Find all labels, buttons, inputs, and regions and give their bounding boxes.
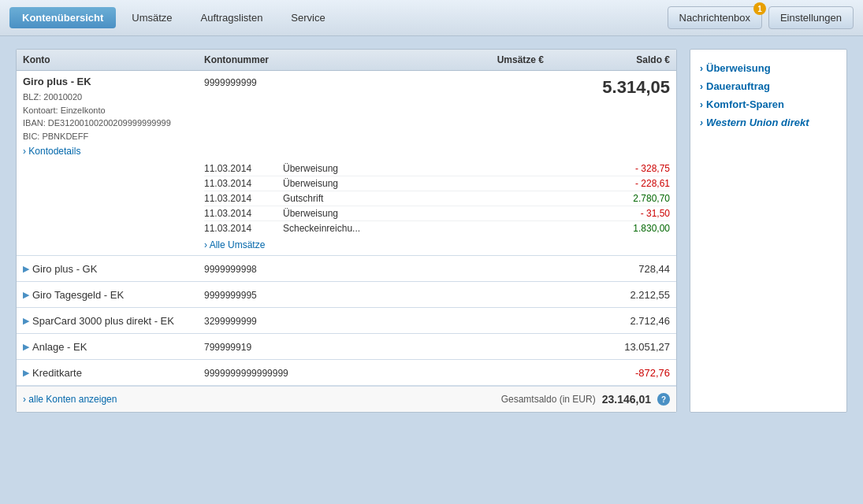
account-number-anlage: 799999919 <box>204 340 346 353</box>
account-name-giro-plus-ek: Giro plus - EK <box>23 76 204 87</box>
alle-konten-link[interactable]: › alle Konten anzeigen <box>23 394 117 405</box>
col-kontonummer: Kontonummer <box>204 54 346 65</box>
kontodetails-link[interactable]: › Kontodetails <box>23 146 204 157</box>
collapse-arrow-icon: ▶ <box>23 264 29 274</box>
account-row-main: Giro plus - EK BLZ: 20010020 Kontoart: E… <box>17 71 676 161</box>
einstellungen-button[interactable]: Einstellungen <box>768 6 854 29</box>
balance-kreditkarte: -872,76 <box>544 367 670 379</box>
navigation-header: Kontenübersicht Umsätze Auftragslisten S… <box>0 0 863 36</box>
account-name-giro-tagesgeld: Giro Tagesgeld - EK <box>32 289 124 301</box>
transaction-row: 11.03.2014 Gutschrift 2.780,70 <box>204 191 670 206</box>
quick-link-dauerauftrag[interactable]: › Dauerauftrag <box>700 77 837 95</box>
account-number-giro-ek: 9999999999 <box>204 76 346 88</box>
collapse-arrow-icon: ▶ <box>23 290 29 300</box>
tab-auftragslisten[interactable]: Auftragslisten <box>188 7 276 28</box>
account-details-left: Giro plus - EK BLZ: 20010020 Kontoart: E… <box>23 76 204 157</box>
transaction-row: 11.03.2014 Scheckeinreichu... 1.830,00 <box>204 220 670 235</box>
quick-link-komfort-sparen[interactable]: › Komfort-Sparen <box>700 95 837 113</box>
gesamtsaldo-area: Gesamtsaldo (in EUR) 23.146,01 ? <box>501 393 670 406</box>
arrow-icon: › <box>700 63 703 74</box>
quick-link-ueberweisung-label: Überweisung <box>706 62 771 74</box>
gesamtsaldo-value: 23.146,01 <box>602 393 651 406</box>
quick-link-western-union-label: Western Union direkt <box>706 117 809 128</box>
transaction-area: 11.03.2014 Überweisung - 328,75 11.03.20… <box>17 161 676 255</box>
account-number-kreditkarte: 9999999999999999 <box>204 366 346 379</box>
quick-links-panel: › Überweisung › Dauerauftrag › Komfort-S… <box>690 49 847 413</box>
nachrichtenbox-badge: 1 <box>753 2 766 15</box>
quick-link-ueberweisung[interactable]: › Überweisung <box>700 59 837 77</box>
account-row-giro-gk[interactable]: ▶ Giro plus - GK 9999999998 728,44 <box>17 256 676 282</box>
collapse-arrow-icon: ▶ <box>23 316 29 326</box>
nachrichtenbox-label: Nachrichtenbox <box>679 12 750 24</box>
account-row-giro-tagesgeld[interactable]: ▶ Giro Tagesgeld - EK 9999999995 2.212,5… <box>17 282 676 308</box>
account-table: Konto Kontonummer Umsätze € Saldo € Giro… <box>16 49 677 413</box>
account-name-anlage: Anlage - EK <box>32 341 87 353</box>
account-row-kreditkarte[interactable]: ▶ Kreditkarte 9999999999999999 -872,76 <box>17 360 676 386</box>
table-footer: › alle Konten anzeigen Gesamtsaldo (in E… <box>17 386 676 412</box>
balance-giro-ek: 5.314,05 <box>544 76 670 98</box>
balance-sparcard: 2.712,46 <box>544 315 670 327</box>
account-name-giro-gk: Giro plus - GK <box>32 263 97 275</box>
account-number-sparcard: 3299999999 <box>204 314 346 327</box>
account-name-kreditkarte: Kreditkarte <box>32 367 82 379</box>
balance-giro-gk: 728,44 <box>544 263 670 275</box>
col-umsaetze: Umsätze € <box>346 54 544 65</box>
collapse-arrow-icon: ▶ <box>23 342 29 352</box>
balance-tagesgeld: 2.212,55 <box>544 289 670 301</box>
quick-link-dauerauftrag-label: Dauerauftrag <box>706 80 770 92</box>
col-saldo: Saldo € <box>544 54 670 65</box>
account-row-sparcard[interactable]: ▶ SparCard 3000 plus direkt - EK 3299999… <box>17 308 676 334</box>
account-name-sparcard: SparCard 3000 plus direkt - EK <box>32 315 174 327</box>
tab-kontenuebersicht[interactable]: Kontenübersicht <box>9 7 116 28</box>
transaction-row: 11.03.2014 Überweisung - 228,61 <box>204 176 670 191</box>
collapse-arrow-icon: ▶ <box>23 368 29 378</box>
account-row-anlage[interactable]: ▶ Anlage - EK 799999919 13.051,27 <box>17 334 676 360</box>
alle-umsaetze-link[interactable]: › Alle Umsätze <box>204 236 265 255</box>
tab-umsaetze[interactable]: Umsätze <box>119 7 184 28</box>
account-number-tagesgeld: 9999999995 <box>204 288 346 301</box>
transaction-row: 11.03.2014 Überweisung - 31,50 <box>204 206 670 220</box>
col-konto: Konto <box>23 54 204 65</box>
quick-link-komfort-sparen-label: Komfort-Sparen <box>706 98 784 110</box>
account-row-giro-plus-ek: Giro plus - EK BLZ: 20010020 Kontoart: E… <box>17 71 676 256</box>
help-icon[interactable]: ? <box>657 393 670 406</box>
transaction-row: 11.03.2014 Überweisung - 328,75 <box>204 161 670 176</box>
gesamtsaldo-label: Gesamtsaldo (in EUR) <box>501 394 596 405</box>
header-right: Nachrichtenbox 1 Einstellungen <box>668 6 854 29</box>
arrow-icon: › <box>700 81 703 92</box>
account-number-giro-gk: 9999999998 <box>204 262 346 275</box>
arrow-icon: › <box>700 99 703 110</box>
nachrichtenbox-button[interactable]: Nachrichtenbox 1 <box>668 6 762 29</box>
account-info-blz: BLZ: 20010020 Kontoart: Einzelkonto IBAN… <box>23 91 204 143</box>
quick-link-western-union[interactable]: › Western Union direkt <box>700 113 837 132</box>
balance-anlage: 13.051,27 <box>544 341 670 353</box>
table-header: Konto Kontonummer Umsätze € Saldo € <box>17 50 676 71</box>
tab-service[interactable]: Service <box>278 7 337 28</box>
arrow-icon: › <box>700 117 703 128</box>
main-content: Konto Kontonummer Umsätze € Saldo € Giro… <box>0 36 863 425</box>
